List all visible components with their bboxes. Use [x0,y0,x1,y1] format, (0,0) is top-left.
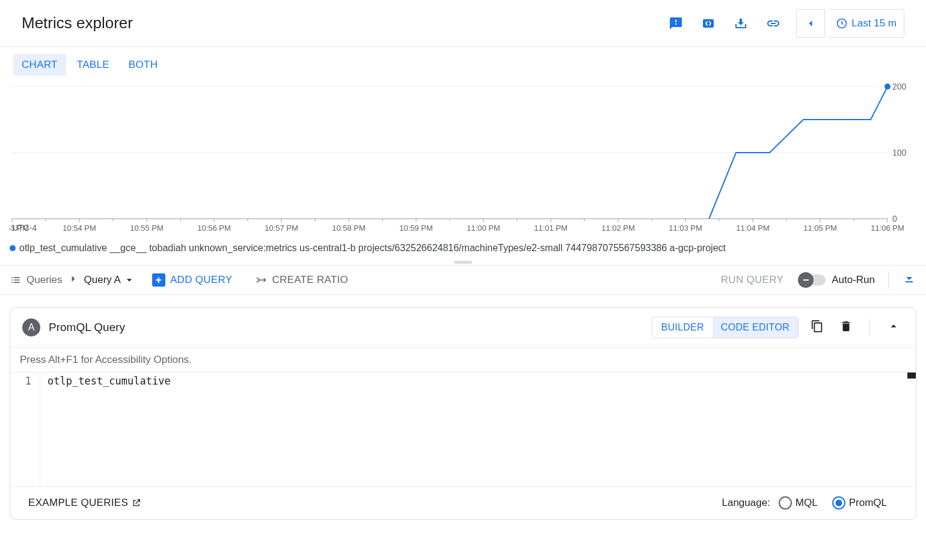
divider [869,319,870,336]
auto-run-toggle[interactable]: − Auto-Run [799,274,875,286]
query-footer: EXAMPLE QUERIES Language: MQL PromQL [10,486,916,519]
add-query-button[interactable]: + ADD QUERY [152,273,232,287]
chart-section: CHART TABLE BOTH 0100200UTC-410:53 PM10:… [0,47,926,239]
breadcrumb: Queries Query A [10,273,135,288]
builder-mode-button[interactable]: BUILDER [652,317,712,338]
svg-point-51 [885,84,891,90]
view-tabs: CHART TABLE BOTH [10,54,916,81]
code-editor-mode-button[interactable]: CODE EDITOR [713,317,798,338]
svg-text:11:00 PM: 11:00 PM [467,224,500,233]
header-actions: Last 15 m [661,9,904,38]
svg-text:10:53 PM: 10:53 PM [10,224,29,233]
create-ratio-button[interactable]: CREATE RATIO [255,274,348,286]
line-number: 1 [10,375,31,387]
merge-icon [255,274,267,286]
radio-promql-label: PromQL [849,497,887,509]
svg-rect-52 [906,281,913,282]
svg-text:10:54 PM: 10:54 PM [63,224,96,233]
svg-text:200: 200 [892,83,907,91]
radio-mql-label: MQL [796,497,818,509]
legend-text: otlp_test_cumulative __gce__ tobadiah un… [19,243,726,254]
auto-run-label: Auto-Run [832,274,875,286]
collapse-panel-icon[interactable] [883,316,904,339]
tab-both[interactable]: BOTH [120,54,166,76]
svg-text:10:58 PM: 10:58 PM [332,224,366,233]
chart-legend[interactable]: otlp_test_cumulative __gce__ tobadiah un… [0,239,926,260]
radio-circle [779,496,792,510]
time-back-button[interactable] [796,9,825,38]
query-selector[interactable]: Query A [84,274,135,286]
time-range-button[interactable]: Last 15 m [829,9,904,38]
legend-dot-icon [10,245,16,251]
svg-text:11:02 PM: 11:02 PM [601,224,635,233]
tab-table[interactable]: TABLE [69,54,118,76]
toggle-knob: − [798,272,814,288]
code-editor[interactable]: 1 otlp_test_cumulative [10,372,916,486]
mode-toggle: BUILDER CODE EDITOR [652,317,799,338]
tab-chart[interactable]: CHART [13,54,66,76]
run-query-button[interactable]: RUN QUERY [721,274,783,286]
svg-text:0: 0 [892,214,897,224]
feedback-icon[interactable] [661,9,690,38]
svg-text:11:05 PM: 11:05 PM [803,224,837,233]
svg-text:11:03 PM: 11:03 PM [669,224,702,233]
svg-text:10:55 PM: 10:55 PM [130,224,164,233]
scroll-marker [907,373,916,379]
page-title: Metrics explorer [22,14,133,32]
accessibility-hint: Press Alt+F1 for Accessibility Options. [10,348,916,372]
chart-area[interactable]: 0100200UTC-410:53 PM10:54 PM10:55 PM10:5… [10,83,916,239]
create-ratio-label: CREATE RATIO [272,274,348,286]
svg-rect-0 [703,19,714,28]
line-gutter: 1 [10,373,40,486]
query-toolbar: Queries Query A + ADD QUERY CREATE RATIO… [0,265,926,295]
example-queries-link[interactable]: EXAMPLE QUERIES [28,497,141,509]
app-header: Metrics explorer Last 15 m [0,0,926,47]
svg-text:11:04 PM: 11:04 PM [736,224,770,233]
svg-text:11:06 PM: 11:06 PM [871,224,904,233]
example-queries-label: EXAMPLE QUERIES [28,497,128,509]
query-panel: A PromQL Query BUILDER CODE EDITOR Press… [10,307,916,520]
add-query-label: ADD QUERY [170,274,232,286]
query-badge: A [22,318,40,336]
svg-text:10:59 PM: 10:59 PM [399,224,433,233]
query-header: A PromQL Query BUILDER CODE EDITOR [10,308,916,348]
chart-svg: 0100200UTC-410:53 PM10:54 PM10:55 PM10:5… [10,83,916,239]
caret-down-icon [123,274,135,286]
svg-text:11:01 PM: 11:01 PM [534,224,568,233]
list-icon [10,274,22,286]
svg-text:100: 100 [892,148,907,157]
delete-icon[interactable] [836,316,856,339]
chevron-right-icon [67,273,79,288]
language-label: Language: [722,497,770,509]
collapse-down-icon[interactable] [902,272,916,288]
radio-mql[interactable]: MQL [779,496,818,510]
query-title: PromQL Query [49,321,643,334]
code-icon[interactable] [694,9,723,38]
download-icon[interactable] [726,9,755,38]
link-icon[interactable] [759,9,788,38]
query-select-label: Query A [84,274,121,286]
svg-text:10:56 PM: 10:56 PM [197,224,231,233]
external-link-icon [132,498,141,508]
svg-text:10:57 PM: 10:57 PM [265,224,298,233]
resize-handle[interactable] [0,260,926,265]
code-content[interactable]: otlp_test_cumulative [40,373,916,486]
copy-icon[interactable] [807,316,827,339]
time-range-label: Last 15 m [851,17,897,29]
divider [888,272,889,288]
queries-label[interactable]: Queries [26,274,63,286]
radio-promql[interactable]: PromQL [832,496,887,510]
radio-circle [832,496,845,510]
plus-icon: + [152,273,165,287]
toggle-switch[interactable]: − [799,275,826,285]
